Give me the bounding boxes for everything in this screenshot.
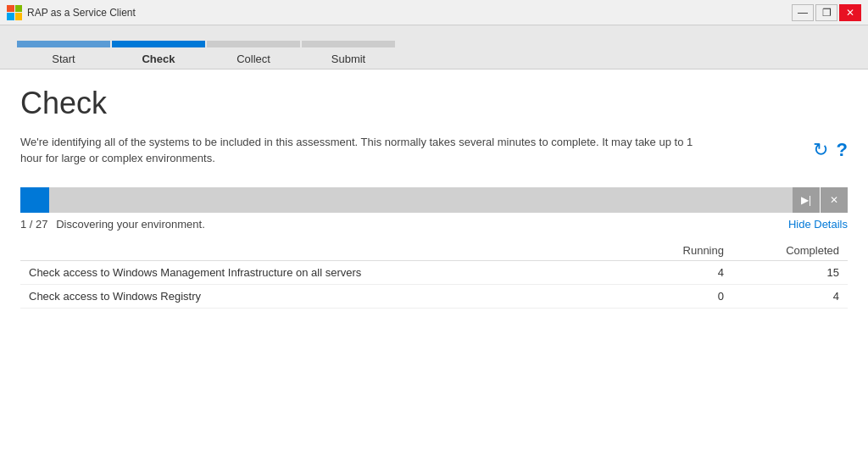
title-bar: RAP as a Service Client — ❐ ✕: [0, 0, 868, 25]
table-row: Check access to Windows Registry04: [20, 284, 848, 308]
col-running-header: Running: [639, 241, 732, 261]
col-completed-header: Completed: [732, 241, 848, 261]
step-start-indicator: [17, 41, 110, 47]
progress-section: ▶| ✕ 1 / 27 Discovering your environment…: [20, 187, 848, 309]
refresh-icon[interactable]: ↻: [813, 139, 828, 161]
table-row: Check access to Windows Management Infra…: [20, 260, 848, 284]
restore-button[interactable]: ❐: [815, 4, 837, 21]
cell-task-0: Check access to Windows Management Infra…: [20, 260, 639, 284]
help-icon[interactable]: ?: [837, 139, 848, 161]
step-collect[interactable]: Collect: [207, 41, 300, 69]
step-submit[interactable]: Submit: [302, 41, 395, 69]
cell-completed-0: 15: [732, 260, 848, 284]
progress-stop-button[interactable]: ✕: [821, 187, 848, 213]
step-submit-label: Submit: [331, 53, 365, 69]
progress-controls: ▶| ✕: [793, 187, 848, 213]
description: We're identifying all of the systems to …: [20, 134, 715, 167]
step-submit-indicator: [302, 41, 395, 47]
progress-bar-container: [20, 187, 793, 213]
steps-bar: Start Check Collect Submit: [0, 25, 868, 70]
progress-status-text: 1 / 27 Discovering your environment.: [20, 218, 205, 231]
windows-logo-icon: [7, 5, 22, 20]
details-table: Running Completed Check access to Window…: [20, 241, 848, 309]
step-check-indicator: [112, 41, 205, 47]
title-bar-controls: — ❐ ✕: [792, 4, 861, 21]
cell-running-0: 4: [639, 260, 732, 284]
title-bar-title: RAP as a Service Client: [27, 7, 136, 19]
step-collect-indicator: [207, 41, 300, 47]
progress-bar-fill: [20, 187, 49, 213]
page-title: Check: [20, 86, 848, 120]
main-content: ↻ ? Check We're identifying all of the s…: [0, 70, 868, 456]
col-task-header: [20, 241, 639, 261]
progress-status-row: 1 / 27 Discovering your environment. Hid…: [20, 218, 848, 231]
step-check-label: Check: [142, 53, 175, 69]
step-start-label: Start: [52, 53, 75, 69]
progress-message: Discovering your environment.: [56, 218, 205, 231]
progress-counter: 1 / 27: [20, 218, 48, 231]
close-button[interactable]: ✕: [839, 4, 861, 21]
cell-completed-1: 4: [732, 284, 848, 308]
hide-details-button[interactable]: Hide Details: [788, 218, 848, 231]
minimize-button[interactable]: —: [792, 4, 814, 21]
cell-running-1: 0: [639, 284, 732, 308]
step-start[interactable]: Start: [17, 41, 110, 69]
step-collect-label: Collect: [236, 53, 270, 69]
table-header-row: Running Completed: [20, 241, 848, 261]
progress-play-button[interactable]: ▶|: [793, 187, 820, 213]
cell-task-1: Check access to Windows Registry: [20, 284, 639, 308]
top-icons: ↻ ?: [813, 139, 848, 161]
title-bar-left: RAP as a Service Client: [7, 5, 136, 20]
step-check[interactable]: Check: [112, 41, 205, 69]
progress-bar-row: ▶| ✕: [20, 187, 848, 213]
